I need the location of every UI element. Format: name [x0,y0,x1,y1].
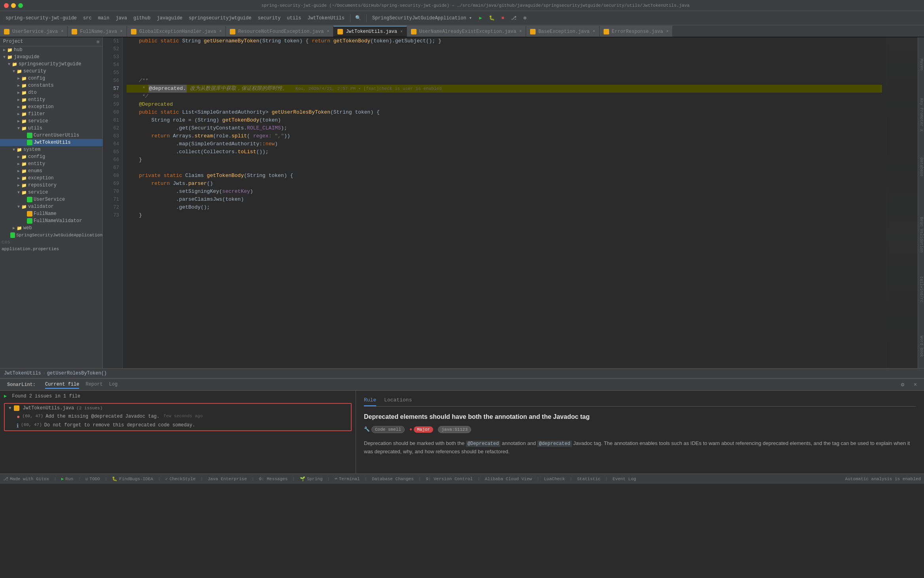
tree-item-sys-entity[interactable]: ▶ 📁 entity [0,160,102,167]
code-content[interactable]: 51 52 53 54 55 56 57 58 59 60 61 62 63 6… [103,37,918,368]
tab-locations[interactable]: Locations [384,397,412,406]
tree-item-filter[interactable]: ▶ 📁 filter [0,110,102,118]
minimize-button[interactable] [11,3,16,8]
tab-close[interactable]: × [120,29,123,34]
tree-item-currentuserutils[interactable]: CurrentUserUtils [0,132,102,139]
tab-close[interactable]: × [219,29,222,34]
status-statistic[interactable]: Statistic [577,477,600,481]
tab-jwttokenutils[interactable]: JwtTokenUtils.java × [333,26,407,37]
tree-item-system[interactable]: ▼ 📁 system [0,146,102,153]
toolbar-springsecurityjwtguide[interactable]: springsecurityjwtguide [186,15,254,22]
status-spring[interactable]: 🌱 Spring [300,476,323,481]
tab-resourcenotfound[interactable]: ResourceNotFoundException.java × [226,26,333,37]
run-config-selector[interactable]: SpringSecurityJwtGuideApplication ▾ [370,14,474,22]
close-button[interactable] [4,3,9,8]
tab-close[interactable]: × [400,30,403,34]
maximize-button[interactable] [18,3,23,8]
status-enterprise[interactable]: Java Enterprise [208,477,247,481]
tailwind-label[interactable]: tailwind/rc [919,275,924,304]
status-todo[interactable]: ☑ TODO [85,476,100,481]
tree-item-sys-exception[interactable]: ▶ 📁 exception [0,175,102,182]
maven-label[interactable]: Maven [919,57,924,72]
status-terminal[interactable]: ⌨ Terminal [335,476,360,481]
tree-item-springsecurity[interactable]: ▼ 📁 springsecurityjwtguide [0,61,102,68]
tree-item-entity[interactable]: ▶ 📁 entity [0,96,102,103]
tab-userservice[interactable]: UserService.java × [0,26,68,37]
tab-baseexception[interactable]: BaseException.java × [526,26,600,37]
toolbar-github[interactable]: github [131,15,153,22]
tree-item-hub[interactable]: ▶ 📁 hub [0,46,102,53]
breadcrumb-file[interactable]: JwtTokenUtils [4,371,41,376]
tree-item-properties[interactable]: application.properties [0,246,102,252]
issue-row-1[interactable]: ● (60, 47) Add the missing @deprecated J… [5,413,351,421]
tab-close[interactable]: × [327,29,329,34]
tree-item-sys-service[interactable]: ▼ 📁 service [0,189,102,196]
tab-usernamealreadyexist[interactable]: UserNameAlreadyExistException.java × [407,26,526,37]
git-icon[interactable]: ⎇ [509,13,519,23]
status-alibaba[interactable]: Alibaba Cloud View [485,477,532,481]
close-panel-icon[interactable]: × [911,380,920,390]
toolbar-utils[interactable]: utils [284,15,303,22]
status-git[interactable]: ⎇ Made with Gitox [3,476,49,481]
tree-item-main-class[interactable]: SpringSecurityJwtGuideApplication [0,232,102,239]
tab-close[interactable]: × [666,29,668,34]
debug-button[interactable]: 🐛 [487,13,496,23]
tab-close[interactable]: × [519,29,522,34]
tab-report[interactable]: Report [85,381,102,389]
status-findbugs[interactable]: 🐛 FindBugs-IDEA [112,476,153,481]
tree-item-service-security[interactable]: ▶ 📁 service [0,118,102,125]
toolbar-project[interactable]: spring-security-jwt-guide [3,15,79,22]
run-button[interactable]: ▶ [476,13,485,23]
status-lua[interactable]: LuaCheck [544,477,565,481]
tab-current-file[interactable]: Current file [45,381,79,389]
search-icon[interactable]: 🔍 [354,13,363,23]
tab-rule[interactable]: Rule [364,397,376,406]
keynote-label[interactable]: Key Promoter X [919,97,924,133]
toolbar-javaguide[interactable]: javaguide [154,15,185,22]
tree-item-web[interactable]: ▶ 📁 web [0,224,102,232]
status-messages[interactable]: 0: Messages [259,477,288,481]
tree-item-exception[interactable]: ▶ 📁 exception [0,103,102,110]
tree-item-sys-config[interactable]: ▶ 📁 config [0,153,102,160]
tree-item-javaguide[interactable]: ▼ 📁 javaguide [0,53,102,61]
breadcrumb-method[interactable]: getUserRolesByToken() [47,371,107,376]
bean-validation-label[interactable]: Bean Validation [919,215,924,254]
toolbar-main[interactable]: main [96,15,112,22]
tree-expand-icon[interactable]: ⊞ [97,39,99,44]
tree-item-sys-enums[interactable]: ▶ 📁 enums [0,167,102,175]
tree-item-jwttokenutils[interactable]: JwtTokenUtils [0,139,102,146]
status-run[interactable]: ▶ Run [61,476,73,481]
tab-log[interactable]: Log [109,381,118,389]
toolbar-src[interactable]: src [81,15,94,22]
issue-row-2[interactable]: ℹ (60, 47) Do not forget to remove this … [5,421,351,430]
tree-item-sys-repo[interactable]: ▶ 📁 repository [0,182,102,189]
code-lines[interactable]: public static String getUsernameByToken(… [123,37,886,368]
settings-icon[interactable]: ⚙ [898,380,907,390]
issue-file-row[interactable]: ▼ JwtTokenUtils.java (2 issues) [5,404,351,413]
tree-item-userservice[interactable]: UserService [0,196,102,203]
tree-item-fullnamevalidator[interactable]: FullNameValidator [0,217,102,224]
toolbar-security[interactable]: security [256,15,283,22]
tree-item-dto[interactable]: ▶ 📁 dto [0,89,102,96]
status-checkstyle[interactable]: ✓ CheckStyle [165,476,196,481]
status-git-vc[interactable]: 9: Version Control [426,477,473,481]
database-label[interactable]: Database [919,156,924,178]
tree-item-config[interactable]: ▶ 📁 config [0,75,102,82]
tree-item-fullname[interactable]: FullName [0,210,102,217]
word-book-label[interactable]: Word Book [919,334,924,359]
toolbar-file[interactable]: JwtTokenUtils [305,15,347,22]
tree-item-utils[interactable]: ▼ 📁 utils [0,125,102,132]
status-event-log[interactable]: Event Log [613,477,636,481]
tab-globalexception[interactable]: GlobalExceptionHandler.java × [127,26,226,37]
status-db[interactable]: Database Changes [372,477,414,481]
tab-errorresponse[interactable]: ErrorResponse.java × [600,26,673,37]
settings-icon[interactable]: ⚙ [520,13,530,23]
tree-item-constants[interactable]: ▶ 📁 constants [0,82,102,89]
toolbar-java[interactable]: java [113,15,129,22]
tree-item-validator[interactable]: ▼ 📁 validator [0,203,102,210]
tree-item-security[interactable]: ▼ 📁 security [0,68,102,75]
stop-button[interactable]: ■ [498,13,507,23]
tab-fullname[interactable]: FullName.java × [68,26,127,37]
tab-close[interactable]: × [593,29,595,34]
tab-close[interactable]: × [61,29,63,34]
